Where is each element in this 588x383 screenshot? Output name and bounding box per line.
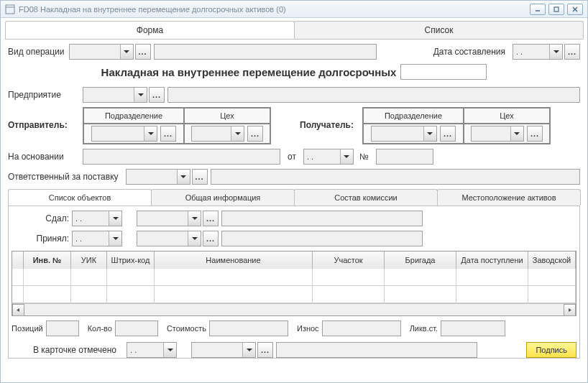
sender-workshop-combo[interactable] [191, 126, 244, 142]
received-person-desc [221, 231, 423, 246]
horizontal-scrollbar[interactable] [12, 303, 576, 315]
based-number-input[interactable] [376, 149, 433, 165]
handed-person-combo[interactable] [137, 211, 201, 226]
card-person-combo[interactable] [191, 342, 256, 358]
col-area[interactable]: Участок [313, 252, 385, 269]
table-row[interactable] [12, 286, 576, 303]
receiver-workshop-lookup[interactable]: ... [527, 126, 543, 142]
maximize-button[interactable] [548, 4, 564, 15]
receiver-workshop-combo[interactable] [471, 126, 524, 142]
tab-list[interactable]: Список [294, 21, 584, 39]
enterprise-lookup[interactable]: ... [149, 87, 165, 103]
responsible-desc [211, 169, 580, 185]
based-on-input[interactable] [83, 149, 280, 165]
label-positions: Позиций [12, 324, 43, 333]
app-icon [5, 4, 15, 14]
enterprise-desc [167, 87, 580, 103]
card-date-combo[interactable]: . . [127, 342, 177, 358]
chevron-down-icon[interactable] [188, 231, 201, 246]
close-button[interactable] [567, 4, 583, 15]
doc-date-lookup[interactable]: ... [564, 44, 580, 60]
label-responsible: Ответственный за поставку [8, 172, 119, 182]
received-date-combo[interactable]: . . [72, 231, 122, 246]
svg-rect-3 [554, 7, 559, 11]
card-person-desc [276, 342, 477, 358]
chevron-down-icon[interactable] [242, 343, 255, 357]
received-person-lookup[interactable]: ... [203, 231, 219, 246]
label-salvage: Ликв.ст. [410, 324, 438, 333]
doc-date-combo[interactable]: . . [513, 44, 563, 60]
detail-tabs: Список объектов Общая информация Состав … [8, 189, 580, 206]
scroll-left-button[interactable] [12, 304, 24, 316]
chevron-down-icon[interactable] [188, 211, 201, 226]
sender-subdivision-lookup[interactable]: ... [160, 126, 176, 142]
col-uik[interactable]: УИК [71, 252, 107, 269]
chevron-down-icon[interactable] [231, 126, 244, 141]
label-handed: Сдал: [12, 213, 69, 223]
svg-rect-0 [6, 5, 14, 14]
handed-person-desc [221, 211, 423, 226]
page-title: Накладная на внутреннее перемещение долг… [101, 66, 397, 78]
scroll-right-button[interactable] [564, 304, 576, 316]
enterprise-combo[interactable] [83, 87, 147, 103]
th-sender-subdivision: Подразделение [83, 108, 184, 124]
chevron-down-icon[interactable] [109, 211, 121, 226]
handed-person-lookup[interactable]: ... [203, 211, 219, 226]
tab-form[interactable]: Форма [5, 21, 295, 39]
label-cost: Стоимость [167, 324, 206, 333]
col-brigade[interactable]: Бригада [385, 252, 456, 269]
from-date-combo[interactable]: . . [303, 149, 354, 165]
label-doc-date: Дата составления [433, 47, 505, 57]
salvage-value [441, 320, 505, 336]
chevron-down-icon[interactable] [144, 126, 157, 141]
responsible-lookup[interactable]: ... [192, 169, 208, 185]
titlebar: FD08 Накладная на внутреннее перемещение… [1, 1, 587, 18]
operation-type-lookup[interactable]: ... [135, 44, 151, 60]
sender-subdivision-combo[interactable] [91, 126, 157, 142]
label-received: Принял: [12, 234, 69, 244]
chevron-down-icon[interactable] [177, 170, 190, 184]
receiver-subdivision-lookup[interactable]: ... [440, 126, 456, 142]
sign-button[interactable]: Подпись [526, 342, 576, 358]
chevron-down-icon[interactable] [510, 126, 523, 141]
responsible-combo[interactable] [126, 169, 190, 185]
chevron-down-icon[interactable] [423, 126, 436, 141]
positions-value [46, 320, 79, 336]
doc-number-input[interactable] [400, 64, 487, 80]
svg-marker-6 [17, 308, 19, 312]
operation-type-desc [154, 44, 377, 60]
col-name[interactable]: Наименование [155, 252, 313, 269]
tab-commission[interactable]: Состав комиссии [294, 189, 438, 206]
operation-type-combo[interactable] [69, 44, 134, 60]
window-title: FD08 Накладная на внутреннее перемещение… [19, 5, 286, 14]
chevron-down-icon[interactable] [549, 45, 562, 59]
tab-objects[interactable]: Список объектов [8, 189, 152, 206]
handed-date-combo[interactable]: . . [72, 211, 122, 226]
table-row[interactable] [12, 269, 576, 286]
tab-general[interactable]: Общая информация [151, 189, 295, 206]
chevron-down-icon[interactable] [340, 149, 353, 164]
chevron-down-icon[interactable] [163, 343, 176, 357]
col-receipt-date[interactable]: Дата поступлени [456, 252, 528, 269]
received-person-combo[interactable] [137, 231, 201, 246]
label-from-date: от [288, 152, 296, 162]
chevron-down-icon[interactable] [134, 88, 147, 102]
card-person-lookup[interactable]: ... [257, 342, 273, 358]
sender-workshop-lookup[interactable]: ... [247, 126, 263, 142]
receiver-subdivision-combo[interactable] [371, 126, 437, 142]
receiver-table: Подразделение Цех ... ... [362, 107, 551, 144]
col-factory[interactable]: Заводской [528, 252, 576, 269]
col-barcode[interactable]: Штрих-код [107, 252, 155, 269]
label-operation-type: Вид операции [8, 47, 65, 57]
sender-table: Подразделение Цех ... ... [83, 107, 271, 144]
minimize-button[interactable] [530, 4, 546, 15]
col-inv-no[interactable]: Инв. № [24, 252, 71, 269]
label-qty: Кол-во [88, 324, 112, 333]
chevron-down-icon[interactable] [109, 231, 121, 246]
label-number: № [359, 152, 369, 162]
main-tabs: Форма Список [5, 21, 583, 40]
chevron-down-icon[interactable] [120, 45, 133, 59]
tab-location[interactable]: Местоположение активов [437, 189, 581, 206]
label-sender: Отправитель: [8, 107, 78, 130]
objects-grid[interactable]: Инв. № УИК Штрих-код Наименование Участо… [12, 251, 576, 316]
